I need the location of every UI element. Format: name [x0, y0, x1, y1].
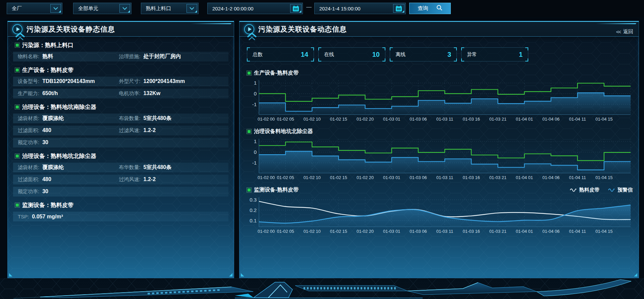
svg-text:0.3: 0.3 — [250, 197, 257, 203]
dynamic-content: 总数14在线10离线3异常1 生产设备-熟料皮带 10-101-02 0001-… — [239, 47, 639, 235]
back-icon: << — [616, 29, 621, 35]
double-chevron-icon — [246, 32, 258, 41]
static-info-panel: 污染源及关联设备静态信息 污染源：熟料上料口物料名称:熟料治理措施:处于封闭厂房… — [7, 21, 234, 278]
back-label: 返回 — [623, 29, 633, 35]
chart-legend: 熟料皮带 预警信 — [570, 187, 633, 193]
date-to-input[interactable]: 2024-1-4 15:00:00 — [314, 3, 406, 14]
green-square-icon — [16, 155, 19, 158]
dynamic-info-panel: 污染源及关联设备动态信息 << 返回 总数14在线10离线3异常1 生产设备-熟… — [239, 21, 639, 278]
svg-text:0.1: 0.1 — [250, 218, 257, 223]
svg-text:01-02 15: 01-02 15 — [330, 229, 347, 234]
chevron-down-icon[interactable] — [119, 4, 130, 13]
info-row: 过滤面积:480过滤风速:1.2-2 — [13, 126, 228, 135]
svg-text:01-04 15: 01-04 15 — [595, 175, 612, 180]
svg-text:-1: -1 — [252, 101, 257, 107]
info-row: TSP:0.057 mg/m³ — [13, 212, 228, 221]
svg-text:01-04 06: 01-04 06 — [542, 229, 559, 234]
section-title: 治理设备：熟料地坑南除尘器 — [16, 103, 228, 111]
legend-item-warning[interactable]: 预警信 — [608, 187, 633, 193]
chart-title-row: 治理设备料地坑北除尘器 — [248, 127, 633, 135]
date-range-separator: — — [305, 4, 313, 10]
svg-text:01-02 15: 01-02 15 — [330, 117, 347, 122]
stat-card: 异常1 — [461, 47, 528, 61]
svg-text:01-04 06: 01-04 06 — [542, 175, 559, 180]
svg-text:01-03 11: 01-03 11 — [436, 229, 453, 234]
svg-text:01-03 01: 01-03 01 — [383, 117, 400, 122]
chart-title: 监测设备-熟料皮带 — [254, 186, 299, 194]
green-square-icon — [16, 69, 19, 72]
info-row: 过滤面积:480过鸿风速:1.2-2 — [13, 175, 228, 184]
svg-text:01-04 01: 01-04 01 — [516, 117, 533, 122]
date-to-value: 2024-1-4 15:00:00 — [319, 6, 361, 11]
info-row: 生产能力:650t/h电机功率:132Kw — [13, 89, 228, 98]
svg-text:01-03 16: 01-03 16 — [463, 117, 480, 122]
svg-text:01-03 21: 01-03 21 — [489, 117, 506, 122]
svg-text:01-02 05: 01-02 05 — [277, 117, 294, 122]
svg-text:01-04 15: 01-04 15 — [595, 117, 612, 122]
dynamic-panel-title: 污染源及关联设备动态信息 — [258, 25, 347, 34]
footer-tech-decoration — [0, 278, 644, 299]
svg-text:1: 1 — [254, 138, 257, 144]
chart-block-monitoring: 监测设备-熟料皮带 熟料皮带 预警信 0.30.20.101-02 0001-0… — [247, 186, 633, 235]
svg-text:01-03 11: 01-03 11 — [436, 175, 453, 180]
svg-text:-1: -1 — [252, 160, 257, 166]
dynamic-panel-header: 污染源及关联设备动态信息 — [239, 21, 639, 37]
pollution-source-select[interactable]: 熟料上料口 — [141, 3, 199, 14]
svg-text:01-03 01: 01-03 01 — [383, 175, 400, 180]
svg-text:0: 0 — [254, 91, 257, 96]
plant-select[interactable]: 全厂 — [7, 3, 62, 14]
svg-text:01-04 01: 01-04 01 — [516, 175, 533, 180]
chart-title: 治理设备料地坑北除尘器 — [254, 128, 313, 135]
info-row: 物料名称:熟料治理措施:处于封闭厂房内 — [13, 52, 228, 61]
svg-text:01-04 11: 01-04 11 — [569, 229, 586, 234]
back-button[interactable]: << 返回 — [616, 29, 633, 35]
pollution-source-select-value: 熟料上料口 — [146, 5, 171, 12]
stat-card: 离线3 — [390, 47, 457, 61]
svg-text:01-02 10: 01-02 10 — [304, 229, 321, 234]
svg-text:0.2: 0.2 — [250, 207, 257, 213]
footer-decoration-band — [0, 278, 644, 299]
svg-text:01-02 10: 01-02 10 — [304, 175, 321, 180]
chart-block-treatment: 治理设备料地坑北除尘器 10-101-02 0001-02 0501-02 10… — [247, 127, 633, 181]
calendar-icon[interactable] — [290, 4, 302, 13]
svg-text:01-03 06: 01-03 06 — [410, 229, 427, 234]
svg-text:01-04 11: 01-04 11 — [569, 117, 586, 122]
legend-item-shuliao[interactable]: 熟料皮带 — [570, 187, 599, 193]
green-square-icon — [16, 204, 19, 207]
green-square-icon — [16, 105, 19, 109]
static-sections: 污染源：熟料上料口物料名称:熟料治理措施:处于封闭厂房内生产设备：熟料皮带设备型… — [8, 41, 234, 221]
info-row: 设备型号:TDB1200*204143mm外型尺寸:1200*204143mm — [13, 77, 228, 86]
green-square-icon — [248, 188, 251, 191]
date-from-value: 2024-1-2 00:00:00 — [212, 6, 254, 11]
chart-block-production: 生产设备-熟料皮带 10-101-02 0001-02 0501-02 1001… — [247, 69, 633, 123]
section-title: 污染源：熟料上料口 — [16, 41, 228, 49]
svg-text:01-02 20: 01-02 20 — [357, 175, 374, 180]
svg-text:01-03 16: 01-03 16 — [463, 229, 480, 234]
section-title: 治理设备：熟料地坑北除尘器 — [16, 152, 228, 160]
chevron-down-icon[interactable] — [50, 4, 61, 13]
svg-text:01-02 00: 01-02 00 — [258, 229, 275, 234]
svg-text:1: 1 — [254, 80, 257, 86]
section-title: 生产设备：熟料皮带 — [16, 66, 228, 74]
svg-text:01-03 06: 01-03 06 — [410, 117, 427, 122]
svg-text:01-03 16: 01-03 16 — [463, 175, 480, 180]
svg-text:01-04 11: 01-04 11 — [569, 175, 586, 180]
chevron-down-icon[interactable] — [186, 4, 197, 13]
svg-text:01-03 01: 01-03 01 — [383, 229, 400, 234]
svg-text:01-02 20: 01-02 20 — [357, 229, 374, 234]
svg-text:01-02 05: 01-02 05 — [277, 175, 294, 180]
svg-text:01-02 20: 01-02 20 — [357, 117, 374, 122]
calendar-icon[interactable] — [393, 4, 405, 13]
filter-topbar: 全厂 全部单元 熟料上料口 2024-1-2 00:00:00 — 2024-1… — [0, 0, 644, 17]
unit-select[interactable]: 全部单元 — [73, 3, 131, 14]
query-button[interactable]: 查询 — [409, 3, 451, 14]
green-square-icon — [16, 44, 19, 47]
date-from-input[interactable]: 2024-1-2 00:00:00 — [207, 3, 303, 14]
static-panel-title: 污染源及关联设备静态信息 — [26, 25, 115, 34]
svg-text:01-02 00: 01-02 00 — [258, 117, 275, 122]
chart-title: 生产设备-熟料皮带 — [254, 70, 299, 77]
chart-canvas-treatment: 10-101-02 0001-02 0501-02 1001-02 1501-0… — [247, 137, 633, 181]
svg-text:01-02 15: 01-02 15 — [330, 175, 347, 180]
stat-card: 总数14 — [247, 47, 314, 61]
svg-text:01-02 05: 01-02 05 — [277, 229, 294, 234]
